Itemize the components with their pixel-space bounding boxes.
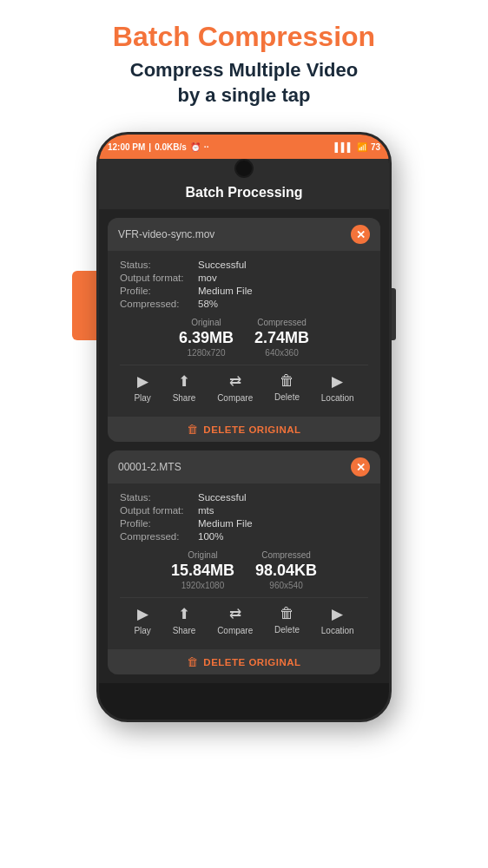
- original-size-value-1: 6.39MB: [179, 329, 234, 347]
- original-label-2: Original: [171, 550, 234, 560]
- delete-action-1[interactable]: 🗑 Delete: [274, 372, 300, 403]
- meta-label-profile-1: Profile:: [120, 286, 198, 296]
- compressed-label-1: Compressed: [254, 318, 309, 327]
- compressed-size-value-1: 2.74MB: [254, 329, 309, 347]
- wifi-icon: 📶: [357, 142, 367, 152]
- meta-label-profile-2: Profile:: [120, 518, 198, 529]
- close-icon-2: ✕: [356, 462, 366, 473]
- compare-icon-1: ⇄: [229, 372, 241, 391]
- status-left: 12:00 PM | 0.0KB/s ⏰ ··: [108, 142, 208, 152]
- compare-action-2[interactable]: ⇄ Compare: [217, 605, 253, 635]
- share-action-2[interactable]: ⬆ Share: [173, 605, 196, 635]
- trash-icon-1: 🗑: [187, 423, 198, 436]
- share-icon-2: ⬆: [178, 605, 190, 623]
- page-header: Batch Compression Compress Multiple Vide…: [0, 0, 488, 116]
- play-icon-2: ▶: [137, 605, 148, 623]
- page-subtitle: Compress Multiple Video by a single tap: [17, 58, 471, 108]
- status-dots: ··: [204, 142, 209, 152]
- play-action-2[interactable]: ▶ Play: [134, 605, 150, 635]
- meta-value-format-2: mts: [198, 505, 214, 516]
- compare-label-1: Compare: [217, 393, 253, 403]
- size-comparison-1: Original 6.39MB 1280x720 Compressed 2.74…: [120, 318, 368, 358]
- meta-value-status-2: Successful: [198, 492, 247, 503]
- location-action-2[interactable]: ▶ Location: [321, 605, 354, 635]
- status-bar: 12:00 PM | 0.0KB/s ⏰ ·· ▌▌▌ 📶 73: [99, 135, 389, 159]
- location-action-1[interactable]: ▶ Location: [321, 372, 354, 403]
- compressed-dims-2: 960x540: [255, 581, 317, 590]
- location-icon-2: ▶: [332, 605, 343, 623]
- delete-icon-1: 🗑: [280, 372, 294, 390]
- meta-compressed-2: Compressed: 100%: [120, 531, 368, 542]
- meta-value-format-1: mov: [198, 273, 217, 283]
- trash-icon-2: 🗑: [187, 655, 198, 668]
- share-icon-1: ⬆: [178, 372, 190, 391]
- delete-label-2: Delete: [274, 625, 300, 635]
- video-card-1: VFR-video-sync.mov ✕ Status: Successful …: [108, 218, 380, 442]
- meta-value-compressed-2: 100%: [198, 531, 223, 542]
- meta-value-compressed-1: 58%: [198, 299, 218, 309]
- original-dims-2: 1920x1080: [171, 581, 234, 590]
- video-card-1-header: VFR-video-sync.mov ✕: [108, 218, 380, 251]
- original-label-1: Original: [179, 318, 234, 327]
- original-size-value-2: 15.84MB: [171, 562, 234, 580]
- status-network-speed: 0.0KB/s: [155, 142, 187, 152]
- size-comparison-2: Original 15.84MB 1920x1080 Compressed 98…: [120, 550, 368, 590]
- subtitle-line2: by a single tap: [178, 84, 311, 106]
- meta-value-status-1: Successful: [198, 260, 247, 270]
- meta-profile-1: Profile: Medium File: [120, 286, 368, 296]
- meta-profile-2: Profile: Medium File: [120, 518, 368, 529]
- meta-label-format-1: Output format:: [120, 273, 198, 283]
- compare-action-1[interactable]: ⇄ Compare: [217, 372, 253, 403]
- delete-original-bar-1[interactable]: 🗑 DELETE ORIGINAL: [108, 417, 380, 442]
- phone-wrapper: 12:00 PM | 0.0KB/s ⏰ ·· ▌▌▌ 📶 73 Batch P…: [96, 132, 392, 722]
- delete-original-text-1: DELETE ORIGINAL: [203, 424, 300, 435]
- meta-label-compressed-1: Compressed:: [120, 299, 198, 309]
- share-action-1[interactable]: ⬆ Share: [173, 372, 196, 403]
- close-button-1[interactable]: ✕: [351, 225, 370, 244]
- camera-notch: [234, 159, 254, 178]
- compressed-dims-1: 640x360: [254, 348, 309, 358]
- location-label-1: Location: [321, 393, 354, 403]
- meta-compressed-1: Compressed: 58%: [120, 299, 368, 309]
- compressed-size-value-2: 98.04KB: [255, 562, 317, 580]
- delete-original-bar-2[interactable]: 🗑 DELETE ORIGINAL: [108, 649, 380, 674]
- delete-action-2[interactable]: 🗑 Delete: [274, 605, 300, 635]
- compare-icon-2: ⇄: [229, 605, 241, 623]
- action-bar-2: ▶ Play ⬆ Share ⇄ Compare 🗑: [120, 597, 368, 641]
- content-area: VFR-video-sync.mov ✕ Status: Successful …: [99, 209, 389, 683]
- compressed-size-block-1: Compressed 2.74MB 640x360: [254, 318, 309, 358]
- meta-value-profile-1: Medium File: [198, 286, 253, 296]
- meta-label-compressed-2: Compressed:: [120, 531, 198, 542]
- play-label-1: Play: [134, 393, 150, 403]
- meta-format-1: Output format: mov: [120, 273, 368, 283]
- play-icon-1: ▶: [137, 372, 148, 391]
- app-header-title: Batch Processing: [111, 185, 377, 201]
- original-size-block-1: Original 6.39MB 1280x720: [179, 318, 234, 358]
- meta-label-status-2: Status:: [120, 492, 198, 503]
- video-card-2-header: 00001-2.MTS ✕: [108, 450, 380, 483]
- meta-format-2: Output format: mts: [120, 505, 368, 516]
- original-dims-1: 1280x720: [179, 348, 234, 358]
- delete-icon-2: 🗑: [280, 605, 294, 622]
- phone-frame: 12:00 PM | 0.0KB/s ⏰ ·· ▌▌▌ 📶 73 Batch P…: [96, 132, 392, 722]
- play-action-1[interactable]: ▶ Play: [134, 372, 150, 403]
- share-label-1: Share: [173, 393, 196, 403]
- battery-pct: 73: [371, 142, 380, 152]
- compressed-size-block-2: Compressed 98.04KB 960x540: [255, 550, 317, 590]
- status-time: 12:00 PM: [108, 142, 145, 152]
- meta-label-format-2: Output format:: [120, 505, 198, 516]
- signal-icon: ▌▌▌: [335, 142, 353, 152]
- delete-original-text-2: DELETE ORIGINAL: [203, 657, 300, 667]
- status-right: ▌▌▌ 📶 73: [335, 142, 380, 152]
- location-label-2: Location: [321, 626, 354, 635]
- close-button-2[interactable]: ✕: [351, 457, 370, 477]
- alarm-icon: ⏰: [190, 142, 201, 152]
- video-card-2-body: Status: Successful Output format: mts Pr…: [108, 483, 380, 649]
- compressed-label-2: Compressed: [255, 550, 317, 560]
- meta-label-status-1: Status:: [120, 260, 198, 270]
- video-filename-1: VFR-video-sync.mov: [118, 228, 214, 240]
- action-bar-1: ▶ Play ⬆ Share ⇄ Compare 🗑: [120, 365, 368, 408]
- play-label-2: Play: [134, 626, 150, 635]
- delete-label-1: Delete: [274, 392, 300, 402]
- video-card-1-body: Status: Successful Output format: mov Pr…: [108, 251, 380, 417]
